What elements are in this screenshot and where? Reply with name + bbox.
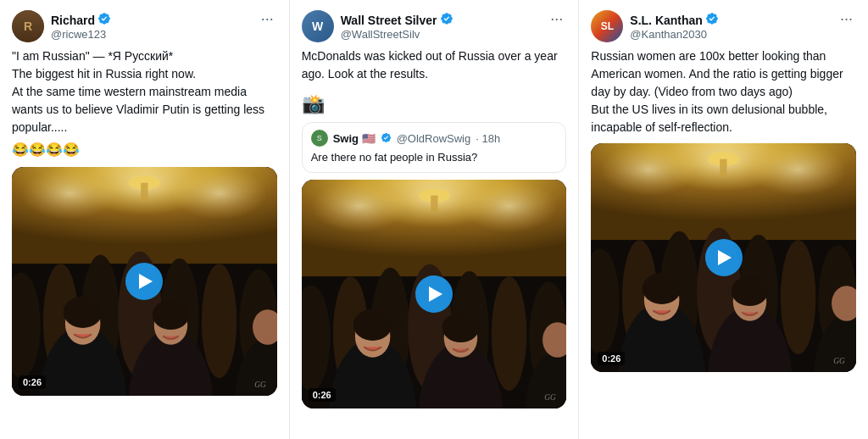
retweet-verified-icon xyxy=(381,132,392,145)
tweet-text-line-2: But the US lives in its own delusional b… xyxy=(591,103,827,134)
tweet-card-2: WWall Street Silver@WallStreetSilv···McD… xyxy=(290,0,580,439)
svg-text:GG: GG xyxy=(833,357,845,365)
svg-point-28 xyxy=(460,180,557,232)
tweet-body: "I am Russian" — *Я Русский*The biggest … xyxy=(12,47,277,160)
more-options-button[interactable]: ··· xyxy=(837,10,856,28)
tweet-body: McDonalds was kicked out of Russia over … xyxy=(302,47,567,83)
name-text: S.L. Kanthan xyxy=(630,14,703,27)
video-container[interactable]: GG 0:26 xyxy=(302,180,567,408)
svg-rect-30 xyxy=(431,196,437,214)
verified-icon xyxy=(97,12,111,28)
display-name[interactable]: Richard xyxy=(51,12,111,28)
video-container[interactable]: GG 0:26 xyxy=(591,143,856,372)
svg-point-44 xyxy=(442,313,479,342)
name-text: Richard xyxy=(51,14,95,27)
tweet-card-3: SLS.L. Kanthan@Kanthan2030···Russian wom… xyxy=(579,0,868,439)
tweet-text-line-0: Russian women are 100x better looking th… xyxy=(591,49,843,98)
svg-text:GG: GG xyxy=(544,393,556,402)
retweet-container: SSwig 🇺🇸@OldRowSwig· 18hAre there no fat… xyxy=(302,122,567,173)
retweet-avatar: S xyxy=(311,130,328,147)
username[interactable]: @Kanthan2030 xyxy=(630,28,719,41)
svg-point-68 xyxy=(732,276,769,306)
user-info: Richard@ricwe123 xyxy=(51,12,111,41)
svg-point-20 xyxy=(153,300,190,330)
play-button[interactable] xyxy=(415,275,453,313)
duration-badge: 0:26 xyxy=(19,375,46,389)
avatar[interactable]: W xyxy=(302,10,334,42)
more-options-button[interactable]: ··· xyxy=(547,10,566,28)
tweet-text-line-0: "I am Russian" — *Я Русский* xyxy=(12,49,173,63)
display-name[interactable]: Wall Street Silver xyxy=(341,12,453,28)
more-options-button[interactable]: ··· xyxy=(258,10,277,28)
user-info: S.L. Kanthan@Kanthan2030 xyxy=(630,12,719,41)
verified-icon xyxy=(440,12,453,28)
svg-point-17 xyxy=(64,297,103,328)
duration-badge: 0:26 xyxy=(309,388,336,402)
svg-point-61 xyxy=(781,240,816,354)
name-text: Wall Street Silver xyxy=(341,14,437,27)
tweet-text-line-2: The biggest hit in Russia right now. xyxy=(12,67,196,81)
tweet-text-line-4: At the same time western mainstream medi… xyxy=(12,85,264,134)
retweet-header: SSwig 🇺🇸@OldRowSwig· 18h xyxy=(311,130,558,147)
svg-point-41 xyxy=(353,309,392,341)
tweet-header: WWall Street Silver@WallStreetSilv··· xyxy=(302,10,567,42)
retweet-time: · 18h xyxy=(476,132,500,145)
svg-point-4 xyxy=(170,167,267,220)
svg-rect-54 xyxy=(721,159,727,177)
svg-point-37 xyxy=(492,276,527,391)
tweet-header: RRichard@ricwe123··· xyxy=(12,10,277,42)
camera-emoji: 📸 xyxy=(302,93,567,115)
play-button[interactable] xyxy=(125,263,163,300)
tweet-body: Russian women are 100x better looking th… xyxy=(591,47,856,136)
svg-point-52 xyxy=(750,143,847,196)
avatar[interactable]: SL xyxy=(591,10,623,42)
svg-rect-6 xyxy=(141,183,147,201)
duration-badge: 0:26 xyxy=(598,352,625,365)
retweet-body-text: Are there no fat people in Russia? xyxy=(311,150,558,165)
display-name[interactable]: S.L. Kanthan xyxy=(630,12,719,28)
retweet-handle: @OldRowSwig xyxy=(397,132,471,145)
username[interactable]: @WallStreetSilv xyxy=(341,28,453,41)
play-button[interactable] xyxy=(705,239,743,276)
verified-icon xyxy=(705,12,719,28)
username[interactable]: @ricwe123 xyxy=(51,28,111,41)
emoji-row: 😂😂😂😂 xyxy=(12,140,277,160)
tweet-header: SLS.L. Kanthan@Kanthan2030··· xyxy=(591,10,856,42)
svg-point-65 xyxy=(643,273,682,304)
tweet-text-line-0: McDonalds was kicked out of Russia over … xyxy=(302,49,558,81)
tweet-header-left: SLS.L. Kanthan@Kanthan2030 xyxy=(591,10,719,42)
tweet-card-1: RRichard@ricwe123···"I am Russian" — *Я … xyxy=(0,0,290,439)
svg-point-13 xyxy=(202,264,237,378)
video-container[interactable]: GG 0:26 xyxy=(12,167,277,396)
user-info: Wall Street Silver@WallStreetSilv xyxy=(341,12,453,41)
avatar[interactable]: R xyxy=(12,10,44,42)
tweet-header-left: WWall Street Silver@WallStreetSilv xyxy=(302,10,453,42)
svg-text:GG: GG xyxy=(254,381,266,389)
retweet-display-name[interactable]: Swig 🇺🇸 xyxy=(333,132,376,145)
tweet-header-left: RRichard@ricwe123 xyxy=(12,10,111,42)
